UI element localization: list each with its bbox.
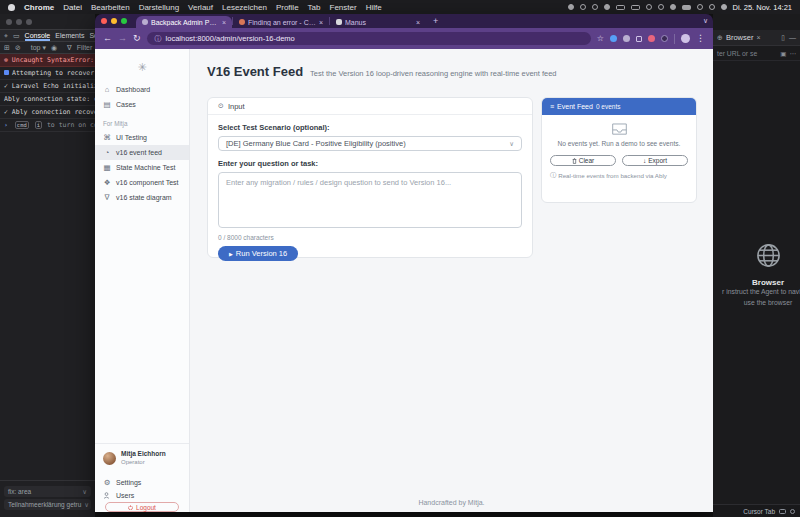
export-button[interactable]: ↓ Export (622, 155, 688, 166)
sidebar-item-v16-event-feed[interactable]: ◔ v16 event feed (95, 145, 189, 160)
close-tab-icon[interactable]: × (319, 19, 323, 26)
battery-icon[interactable] (682, 5, 691, 10)
status-icon[interactable] (580, 4, 586, 10)
menu-darstellung[interactable]: Darstellung (139, 3, 179, 12)
chrome-menu-icon[interactable]: ⋮ (696, 34, 705, 43)
console-error-row[interactable]: ⊗ Uncaught SyntaxError: Unexpected (0, 54, 95, 67)
incognito-extension-icon[interactable] (661, 35, 668, 42)
panel-url-input[interactable]: ter URL or se ▣ ⋯ (713, 47, 800, 61)
search-icon[interactable] (709, 4, 715, 10)
menu-fenster[interactable]: Fenster (330, 3, 357, 12)
menu-datei[interactable]: Datei (63, 3, 82, 12)
close-panel-icon[interactable]: × (756, 34, 760, 41)
tab-backpack-admin[interactable]: Backpack Admin Panel × (136, 16, 232, 28)
layout-icon[interactable]: ▯ (781, 34, 785, 42)
bluetooth-icon[interactable] (646, 4, 652, 10)
notifications-icon[interactable] (790, 509, 795, 514)
tab-search-icon[interactable]: ∨ (703, 17, 708, 25)
sidebar-item-state-machine-test[interactable]: ▦ State Machine Test (95, 160, 189, 175)
menu-hilfe[interactable]: Hilfe (366, 3, 382, 12)
extension-icon[interactable] (623, 35, 630, 42)
menu-lesezeichen[interactable]: Lesezeichen (222, 3, 267, 12)
console-sidebar-icon[interactable]: ⊞ (4, 44, 10, 52)
tab-elements[interactable]: Elements (55, 32, 84, 39)
users-icon (103, 492, 111, 499)
feed-icon: ≡ (550, 103, 554, 110)
forward-icon[interactable]: → (118, 34, 127, 43)
more-icon[interactable]: ⋯ (790, 50, 797, 58)
collapse-icon[interactable]: — (789, 34, 796, 42)
apple-menu-icon[interactable] (8, 4, 15, 11)
inspect-element-icon[interactable]: ⌖ (4, 32, 8, 40)
menu-chrome[interactable]: Chrome (24, 3, 54, 12)
context-selector[interactable]: top ▾ (31, 44, 46, 52)
sidebar-item-dashboard[interactable]: ⌂ Dashboard (95, 82, 189, 97)
extension-icon[interactable] (648, 35, 655, 42)
state-diagram-icon: ∇ (103, 193, 111, 202)
list-item[interactable]: fix: area ∨ (4, 486, 91, 497)
menu-bearbeiten[interactable]: Bearbeiten (91, 3, 130, 12)
status-icon[interactable] (670, 4, 676, 10)
minimize-window-button[interactable] (111, 18, 117, 24)
console-filter-input[interactable]: Filter (77, 44, 93, 51)
status-icon[interactable] (568, 4, 574, 10)
menu-profile[interactable]: Profile (276, 3, 299, 12)
site-info-icon[interactable]: ⓘ (155, 34, 162, 44)
profile-avatar[interactable] (681, 34, 690, 43)
address-bar[interactable]: ⓘ localhost:8000/admin/version-16-demo (147, 32, 591, 45)
sidebar-item-cases[interactable]: ▤ Cases (95, 97, 189, 112)
scenario-select[interactable]: [DE] Germany Blue Card - Positive Eligib… (218, 136, 522, 151)
clear-button[interactable]: Clear (550, 155, 616, 166)
console-log-row[interactable]: ✓ Ably connection recovered succ (0, 106, 95, 119)
url-text[interactable]: localhost:8000/admin/version-16-demo (166, 34, 295, 43)
minimize-window-button[interactable] (16, 19, 22, 25)
close-window-button[interactable] (101, 18, 107, 24)
status-icon[interactable] (616, 5, 625, 10)
status-icon[interactable] (592, 4, 598, 10)
console-log-row[interactable]: ✓ Laravel Echo initialized with (0, 80, 95, 93)
screenshot-icon[interactable]: ▣ (780, 50, 786, 58)
menubar-clock[interactable]: Di. 25. Nov. 14:21 (733, 3, 792, 12)
question-textarea[interactable] (218, 172, 522, 228)
headphones-icon[interactable] (658, 4, 664, 10)
new-tab-button[interactable]: + (433, 16, 438, 26)
sidebar-item-ui-testing[interactable]: ⌘ UI Testing (95, 130, 189, 145)
trash-icon (572, 158, 577, 164)
close-tab-icon[interactable]: × (222, 19, 226, 26)
reload-icon[interactable]: ↻ (133, 34, 141, 43)
extension-icon[interactable] (610, 35, 617, 42)
user-switch-icon[interactable] (721, 4, 727, 10)
run-version-16-button[interactable]: ▶ Run Version 16 (218, 246, 298, 261)
close-tab-icon[interactable]: × (416, 19, 420, 26)
close-window-button[interactable] (6, 19, 12, 25)
zoom-window-button[interactable] (121, 18, 127, 24)
panel-tab-browser[interactable]: Browser (726, 33, 754, 42)
console-log-row[interactable]: Attempting to recover Ably co (0, 67, 95, 80)
user-block[interactable]: Mitja Eichhorn Operator (103, 450, 166, 467)
tab-console[interactable]: Console (25, 30, 51, 41)
extension-icon[interactable] (636, 36, 642, 42)
eye-icon[interactable]: ◉ (51, 44, 57, 52)
menu-verlauf[interactable]: Verlauf (188, 3, 213, 12)
console-input-row[interactable]: › cmd i to turn on code suggest (0, 119, 95, 132)
cursor-tab-label[interactable]: Cursor Tab (743, 508, 775, 515)
bookmark-icon[interactable]: ☆ (597, 34, 604, 43)
sidebar-item-v16-component-test[interactable]: ❖ v16 component Test (95, 175, 189, 190)
logout-button[interactable]: Logout (105, 502, 179, 512)
wifi-icon[interactable] (697, 4, 703, 10)
toggle-icon[interactable] (779, 509, 786, 514)
list-item[interactable]: Teilnahmeerklärung getru ∨ (4, 499, 91, 510)
sidebar-item-users[interactable]: Users (95, 488, 189, 503)
zoom-window-button[interactable] (26, 19, 32, 25)
console-log-row[interactable]: Ably connection state: connectin (0, 93, 95, 106)
menu-tab[interactable]: Tab (308, 3, 321, 12)
tab-claude[interactable]: Finding an error - Claude × (233, 16, 329, 28)
clear-console-icon[interactable]: ⊘ (15, 44, 21, 52)
back-icon[interactable]: ← (103, 34, 112, 43)
status-icon[interactable] (604, 4, 610, 10)
device-toolbar-icon[interactable]: ▭ (13, 32, 20, 40)
sidebar-item-v16-state-diagram[interactable]: ∇ v16 state diagram (95, 190, 189, 205)
status-icon[interactable] (631, 5, 640, 10)
page-title: V16 Event Feed (207, 64, 303, 79)
tab-manus[interactable]: Manus × (330, 16, 426, 28)
